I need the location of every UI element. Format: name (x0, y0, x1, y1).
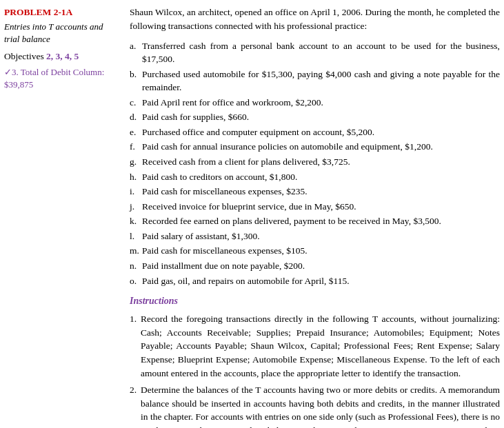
transaction-text: Paid installment due on note payable, $2… (142, 259, 305, 273)
main-content: Shaun Wilcox, an architect, opened an of… (127, 6, 500, 428)
check-amount: $39,875 (4, 79, 33, 90)
transaction-letter: b. (130, 68, 142, 94)
subtitle-line1: Entries into T accounts and (4, 21, 103, 32)
problem-title: PROBLEM 2-1A (4, 6, 121, 19)
transaction-letter: f. (130, 140, 142, 154)
objectives-numbers: 2, 3, 4, 5 (46, 51, 79, 61)
transaction-text: Paid cash for annual insurance policies … (142, 140, 433, 154)
transaction-letter: o. (130, 274, 142, 288)
instructions-list: 1.Record the foregoing transactions dire… (130, 312, 500, 428)
transaction-text: Purchased office and computer equipment … (142, 125, 374, 139)
subtitle-line2: trial balance (4, 34, 50, 44)
instruction-text: Record the foregoing transactions direct… (141, 312, 500, 380)
transaction-item: i.Paid cash for miscellaneous expenses, … (130, 185, 500, 198)
transaction-text: Paid cash for miscellaneous expenses, $1… (142, 244, 308, 258)
objectives-word: Objectives (4, 51, 44, 61)
transaction-item: d.Paid cash for supplies, $660. (130, 110, 500, 124)
transaction-item: l.Paid salary of assistant, $1,300. (130, 230, 500, 243)
transaction-letter: e. (130, 125, 142, 139)
check-mark: ✓ (4, 67, 12, 77)
transaction-text: Purchased used automobile for $15,300, p… (142, 68, 500, 94)
transaction-item: n.Paid installment due on note payable, … (130, 259, 500, 273)
transaction-item: m.Paid cash for miscellaneous expenses, … (130, 244, 500, 258)
transaction-letter: a. (130, 39, 142, 66)
left-sidebar: PROBLEM 2-1A Entries into T accounts and… (4, 6, 127, 428)
transaction-item: a.Transferred cash from a personal bank … (130, 39, 500, 66)
check-text: 3. Total of Debit Column: (12, 67, 104, 77)
problem-header: Shaun Wilcox, an architect, opened an of… (130, 6, 500, 34)
transaction-letter: g. (130, 155, 142, 169)
transaction-letter: n. (130, 259, 142, 273)
transaction-text: Paid April rent for office and workroom,… (142, 96, 323, 110)
transaction-letter: k. (130, 214, 142, 228)
check-item: ✓3. Total of Debit Column: $39,875 (4, 66, 121, 91)
transaction-text: Transferred cash from a personal bank ac… (142, 39, 500, 66)
transaction-item: o.Paid gas, oil, and repairs on automobi… (130, 274, 500, 288)
transaction-letter: j. (130, 200, 142, 214)
transaction-item: g.Received cash from a client for plans … (130, 155, 500, 169)
instruction-text: Determine the balances of the T accounts… (141, 383, 500, 428)
instruction-number: 1. (130, 312, 141, 380)
transaction-text: Paid cash for supplies, $660. (142, 110, 249, 124)
problem-subtitle: Entries into T accounts and trial balanc… (4, 21, 121, 45)
transaction-item: k.Recorded fee earned on plans delivered… (130, 214, 500, 228)
instruction-item: 1.Record the foregoing transactions dire… (130, 312, 500, 380)
transaction-text: Paid gas, oil, and repairs on automobile… (142, 274, 350, 288)
transaction-letter: h. (130, 170, 142, 184)
transaction-letter: l. (130, 230, 142, 243)
transaction-text: Paid cash for miscellaneous expenses, $2… (142, 185, 308, 198)
transaction-text: Paid cash to creditors on account, $1,80… (142, 170, 297, 184)
transaction-letter: i. (130, 185, 142, 198)
transaction-text: Received cash from a client for plans de… (142, 155, 350, 169)
instructions-heading: Instructions (130, 294, 500, 308)
transaction-letter: d. (130, 110, 142, 124)
transaction-text: Paid salary of assistant, $1,300. (142, 230, 260, 243)
transaction-item: f.Paid cash for annual insurance policie… (130, 140, 500, 154)
transaction-item: c.Paid April rent for office and workroo… (130, 96, 500, 110)
transactions-list: a.Transferred cash from a personal bank … (130, 39, 500, 288)
transaction-item: e.Purchased office and computer equipmen… (130, 125, 500, 139)
page-container: PROBLEM 2-1A Entries into T accounts and… (0, 0, 504, 428)
transaction-letter: m. (130, 244, 142, 258)
transaction-text: Received invoice for blueprint service, … (142, 200, 356, 214)
transaction-letter: c. (130, 96, 142, 110)
transaction-item: h.Paid cash to creditors on account, $1,… (130, 170, 500, 184)
instruction-number: 2. (130, 383, 141, 428)
instruction-item: 2.Determine the balances of the T accoun… (130, 383, 500, 428)
objectives-line: Objectives 2, 3, 4, 5 (4, 50, 121, 63)
transaction-text: Recorded fee earned on plans delivered, … (142, 214, 441, 228)
transaction-item: j.Received invoice for blueprint service… (130, 200, 500, 214)
transaction-item: b.Purchased used automobile for $15,300,… (130, 68, 500, 94)
